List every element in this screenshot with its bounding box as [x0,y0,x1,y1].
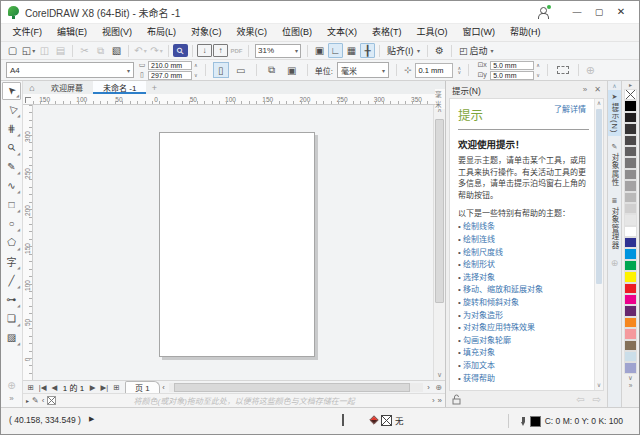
scroll-right-icon[interactable]: › [425,383,433,392]
show-guidelines-toggle[interactable]: ╂ [360,43,375,58]
add-page-after-button[interactable]: ⊞ [111,383,122,392]
search-content-button[interactable]: ⚲ [173,44,188,57]
document-page[interactable] [159,132,315,357]
last-page-button[interactable]: ▶| [98,383,111,392]
rectangle-tool[interactable]: □◢ [2,196,21,214]
topic-link[interactable]: 绘制尺度线 [458,247,589,260]
vertical-scroll-thumb[interactable] [435,119,444,303]
nudge-field[interactable]: 0.1 mm [415,63,453,78]
horizontal-ruler[interactable]: 15010050050100150200250300350 毫米 [23,94,445,105]
show-rulers-toggle[interactable]: ∟ [328,43,343,58]
horizontal-scrollbar[interactable] [169,383,423,392]
palette-swatch[interactable] [624,169,637,180]
vertical-scrollbar[interactable]: ∧ ∨ [433,105,445,380]
minimize-button[interactable]: — [566,2,588,22]
page-height-field[interactable]: 297.0 mm [148,71,192,80]
palette-swatch[interactable] [624,317,637,328]
lock-icon[interactable] [452,394,461,405]
coordinates-flyout-icon[interactable]: ▶ [89,415,94,423]
palette-swatch[interactable] [624,226,637,237]
next-page-button[interactable]: ▶ [87,383,98,392]
customize-property-bar-button[interactable]: ⊕ [586,64,595,77]
palette-scroll-down-icon[interactable]: ∨ [628,374,633,382]
drawing-canvas[interactable] [33,105,433,380]
undo-button[interactable]: ↶▾ [133,43,148,58]
maximize-button[interactable]: ▢ [588,2,610,22]
topic-link[interactable]: 选择对象 [458,272,589,285]
palette-swatch[interactable] [624,305,637,316]
document-navigator-icon[interactable]: ⊕ [432,383,445,392]
topic-link[interactable]: 绘制形状 [458,259,589,272]
page-height-stepper[interactable]: ∨ [194,73,198,77]
docker-scroll-thumb[interactable] [596,109,602,284]
drop-shadow-tool[interactable]: ❏◢ [2,310,21,328]
tab-untitled-document[interactable]: 未命名 -1 [93,81,146,94]
scroll-left-icon[interactable]: ‹ [160,383,168,392]
tab-welcome-screen[interactable]: 欢迎屏幕 [41,81,93,94]
all-pages-button[interactable]: ⧉ [264,62,280,78]
redo-button[interactable]: ↷▾ [149,43,164,58]
topic-link[interactable]: 获得帮助 [458,373,589,386]
menu-item[interactable]: 表格(T) [365,24,410,41]
palette-swatch[interactable] [624,351,637,362]
palette-swatch[interactable] [624,203,637,214]
vertical-ruler[interactable]: 300250200150100500 [23,105,33,380]
document-palette-no-color-swatch[interactable] [47,396,56,405]
duplicate-x-stepper[interactable]: ∧ [536,63,540,67]
eyedropper-icon[interactable]: ✎ [32,396,39,405]
outline-status[interactable]: C: 0 M: 0 Y: 0 K: 100 [508,414,623,428]
new-tab-button[interactable]: + [146,81,162,94]
docker-scrollbar[interactable]: ∧ ∨ [594,99,603,390]
menu-item[interactable]: 文本(X) [320,24,365,41]
show-grid-toggle[interactable]: ▦ [344,43,359,58]
nudge-stepper[interactable]: ∧∨ [457,66,461,74]
cut-button[interactable]: ✂ [77,43,92,58]
account-icon[interactable] [537,6,550,18]
topic-link[interactable]: 勾画对象轮廓 [458,335,589,348]
topic-link[interactable]: 移动、缩放和延展对象 [458,284,589,297]
menu-item[interactable]: 工具(O) [409,24,455,41]
palette-swatch[interactable] [624,112,637,123]
topic-link[interactable]: 旋转和倾斜对象 [458,297,589,310]
document-palette-scroll-left-icon[interactable]: ‹ [42,396,45,405]
palette-swatch[interactable] [624,157,637,168]
polygon-tool[interactable]: ⬠◢ [2,234,21,252]
docker-close-icon[interactable]: ✕ [594,85,601,94]
text-tool[interactable]: 字◢ [2,253,21,271]
palette-swatch[interactable] [624,135,637,146]
color-proof-icon[interactable] [342,415,355,425]
snap-to-dropdown[interactable]: 贴齐(I) ▾ [384,43,423,58]
palette-expand-icon[interactable]: » [629,382,633,390]
document-palette-flyout-icon[interactable]: ▸ [26,397,29,404]
ruler-origin-icon[interactable] [23,94,33,105]
menu-item[interactable]: 帮助(H) [503,24,549,41]
add-docker-button[interactable]: ⊕ [611,258,619,268]
freehand-tool[interactable]: ✎◢ [2,158,21,176]
previous-page-button[interactable]: ◀ [49,383,60,392]
duplicate-y-stepper[interactable]: ∨ [536,73,540,77]
menu-item[interactable]: 布局(L) [140,24,184,41]
docker-scroll-up-icon[interactable]: ∧ [597,99,601,108]
close-button[interactable]: ✕ [610,2,632,22]
no-color-swatch[interactable] [624,89,637,100]
page-width-stepper[interactable]: ∧ [194,63,198,67]
first-page-button[interactable]: |◀ [36,383,49,392]
docker-tabs-scroll-up-icon[interactable]: ∧ [612,82,616,90]
topic-link[interactable]: 绘制连线 [458,234,589,247]
connector-tool[interactable]: ⊶◢ [2,291,21,309]
launcher-dropdown[interactable]: ◰启动▾ [456,44,497,57]
landscape-button[interactable]: ▭ [233,62,249,78]
publish-pdf-button[interactable]: PDF [229,43,244,58]
document-palette-more-icon[interactable]: » [438,396,442,405]
palette-swatch[interactable] [624,237,637,248]
units-select[interactable]: 毫米▾ [337,62,389,78]
menu-item[interactable]: 位图(B) [275,24,320,41]
treat-as-filled-toggle[interactable] [555,62,571,78]
palette-swatch[interactable] [624,123,637,134]
shape-tool[interactable]: ▷◢ [2,101,21,119]
menu-item[interactable]: 编辑(E) [50,24,95,41]
learn-more-link[interactable]: 了解详情 [554,105,589,115]
fullscreen-preview-button[interactable]: ▣ [312,43,327,58]
menu-item[interactable]: 文件(F) [5,24,50,41]
zoom-level-select[interactable]: 31%▾ [255,44,301,58]
